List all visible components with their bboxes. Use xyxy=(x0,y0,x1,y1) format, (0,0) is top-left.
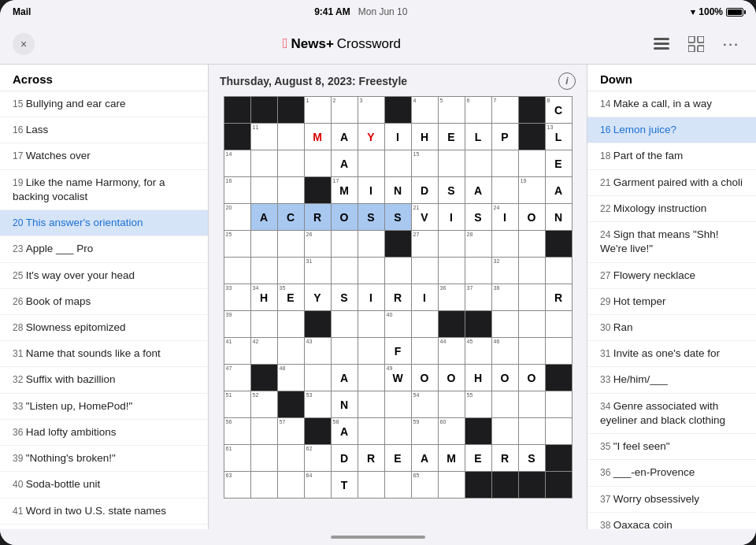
grid-cell[interactable] xyxy=(251,231,277,257)
down-clue-31[interactable]: 31 Invite as one's date for xyxy=(587,341,756,367)
grid-cell[interactable]: A xyxy=(332,365,358,391)
grid-cell[interactable]: 46 xyxy=(492,338,518,364)
down-clue-33[interactable]: 33 He/him/___ xyxy=(587,367,756,393)
grid-cell[interactable]: C xyxy=(278,204,304,230)
grid-cell[interactable]: I xyxy=(412,284,438,310)
grid-cell[interactable]: 14 xyxy=(224,150,250,176)
grid-cell[interactable]: 1 xyxy=(305,97,331,123)
grid-cell[interactable] xyxy=(439,472,465,498)
grid-cell[interactable]: 16 xyxy=(224,177,250,203)
across-clue-19[interactable]: 19 Like the name Harmony, for a backing … xyxy=(0,170,208,210)
grid-cell[interactable]: 8C xyxy=(546,97,572,123)
grid-cell[interactable]: 33 xyxy=(224,284,250,310)
grid-cell[interactable]: N xyxy=(385,177,411,203)
grid-cell[interactable] xyxy=(358,338,384,364)
grid-cell[interactable] xyxy=(358,231,384,257)
across-clue-16[interactable]: 16 Lass xyxy=(0,117,208,143)
grid-cell[interactable] xyxy=(305,177,331,203)
across-clue-20[interactable]: 20 This answer's orientation xyxy=(0,210,208,236)
grid-cell[interactable]: Y xyxy=(305,284,331,310)
across-clue-23[interactable]: 23 Apple ___ Pro xyxy=(0,236,208,262)
grid-cell[interactable]: 49W xyxy=(385,365,411,391)
grid-cell[interactable]: 60 xyxy=(439,418,465,444)
grid-cell[interactable]: Y xyxy=(358,124,384,150)
grid-cell[interactable] xyxy=(332,311,358,337)
grid-cell[interactable]: M xyxy=(439,445,465,471)
grid-cell[interactable]: 52 xyxy=(251,391,277,417)
grid-cell[interactable]: S xyxy=(385,204,411,230)
grid-cell[interactable]: F xyxy=(385,338,411,364)
down-clue-21[interactable]: 21 Garment paired with a choli xyxy=(587,170,756,196)
grid-cell[interactable] xyxy=(358,258,384,284)
down-clue-34[interactable]: 34 Genre associated with eyeliner and bl… xyxy=(587,394,756,434)
grid-cell[interactable]: 48 xyxy=(278,365,304,391)
grid-cell[interactable] xyxy=(224,258,250,284)
grid-cell[interactable]: 13L xyxy=(546,124,572,150)
grid-cell[interactable]: L xyxy=(465,124,491,150)
grid-cell[interactable]: A xyxy=(332,124,358,150)
grid-cell[interactable] xyxy=(278,311,304,337)
across-clue-36[interactable]: 36 Had lofty ambitions xyxy=(0,420,208,446)
grid-cell[interactable]: O xyxy=(492,365,518,391)
grid-cell[interactable]: 40 xyxy=(385,311,411,337)
grid-cell[interactable]: T xyxy=(332,472,358,498)
grid-cell[interactable]: 39 xyxy=(224,311,250,337)
grid-cell[interactable]: 63 xyxy=(224,472,250,498)
grid-cell[interactable]: 37 xyxy=(465,284,491,310)
grid-cell[interactable] xyxy=(519,284,545,310)
grid-cell[interactable] xyxy=(465,258,491,284)
grid-cell[interactable] xyxy=(358,472,384,498)
grid-cell[interactable] xyxy=(492,177,518,203)
grid-cell[interactable]: 31 xyxy=(305,258,331,284)
grid-cell[interactable] xyxy=(332,258,358,284)
grid-cell[interactable]: 56 xyxy=(224,418,250,444)
grid-cell[interactable]: 36 xyxy=(439,284,465,310)
grid-cell[interactable]: O xyxy=(439,365,465,391)
grid-cell[interactable]: 57 xyxy=(278,418,304,444)
grid-cell[interactable] xyxy=(492,150,518,176)
grid-cell[interactable] xyxy=(278,150,304,176)
grid-cell[interactable]: A xyxy=(251,204,277,230)
grid-cell[interactable] xyxy=(332,338,358,364)
grid-cell[interactable] xyxy=(278,124,304,150)
grid-cell[interactable] xyxy=(546,418,572,444)
grid-cell[interactable]: 15 xyxy=(412,150,438,176)
grid-cell[interactable] xyxy=(546,311,572,337)
grid-cell[interactable]: O xyxy=(412,365,438,391)
grid-cell[interactable] xyxy=(492,418,518,444)
grid-cell[interactable]: 47 xyxy=(224,365,250,391)
grid-cell[interactable] xyxy=(519,311,545,337)
grid-cell[interactable] xyxy=(385,418,411,444)
grid-cell[interactable]: 20 xyxy=(224,204,250,230)
grid-cell[interactable] xyxy=(439,391,465,417)
grid-cell[interactable] xyxy=(412,258,438,284)
grid-cell[interactable]: 7 xyxy=(492,97,518,123)
grid-cell[interactable] xyxy=(385,150,411,176)
grid-cell[interactable] xyxy=(439,311,465,337)
grid-cell[interactable] xyxy=(439,150,465,176)
grid-cell[interactable]: D xyxy=(412,177,438,203)
grid-cell[interactable] xyxy=(492,391,518,417)
grid-cell[interactable]: H xyxy=(465,365,491,391)
down-clue-14[interactable]: 14 Make a call, in a way xyxy=(587,91,756,117)
grid-cell[interactable] xyxy=(224,124,250,150)
down-clue-38[interactable]: 38 Oaxaca coin xyxy=(587,513,756,529)
grid-cell[interactable]: R xyxy=(385,284,411,310)
across-clue-33[interactable]: 33 "Listen up, HomePod!" xyxy=(0,394,208,420)
grid-cell[interactable]: 4 xyxy=(412,97,438,123)
grid-cell[interactable] xyxy=(519,338,545,364)
down-clue-27[interactable]: 27 Flowery necklace xyxy=(587,263,756,289)
grid-cell[interactable]: R xyxy=(546,284,572,310)
grid-cell[interactable] xyxy=(546,391,572,417)
grid-cell[interactable]: N xyxy=(546,204,572,230)
grid-cell[interactable] xyxy=(278,177,304,203)
grid-cell[interactable]: A xyxy=(332,150,358,176)
grid-cell[interactable]: R xyxy=(305,204,331,230)
grid-cell[interactable]: E xyxy=(385,445,411,471)
grid-cell[interactable] xyxy=(358,311,384,337)
down-clue-29[interactable]: 29 Hot temper xyxy=(587,289,756,315)
grid-cell[interactable]: 21V xyxy=(412,204,438,230)
grid-view-button[interactable] xyxy=(684,32,709,57)
grid-cell[interactable]: 32 xyxy=(492,258,518,284)
grid-cell[interactable]: I xyxy=(385,124,411,150)
